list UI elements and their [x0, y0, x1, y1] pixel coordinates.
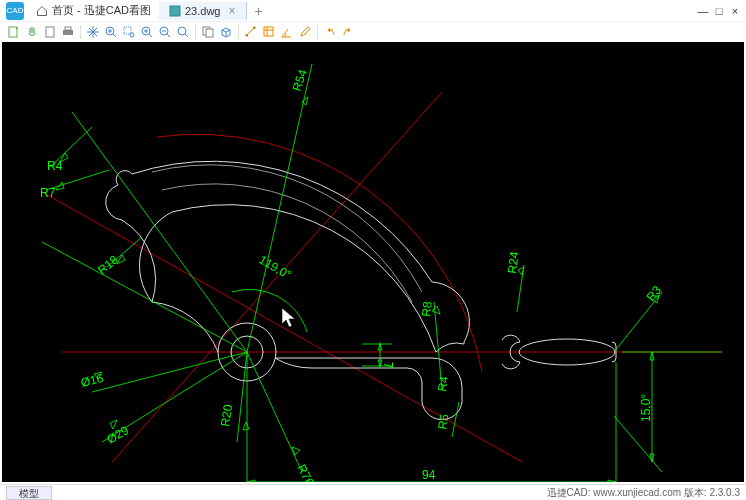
cad-drawing: R54 R4 R7 R18 119,0° R24 R3 R8 Ø16 Ø29 R… [2, 42, 744, 482]
dim-R54: R54 [290, 67, 311, 93]
dim-R3: R3 [644, 283, 665, 304]
svg-rect-3 [63, 30, 73, 35]
new-tab-button[interactable]: + [247, 3, 271, 19]
maximize-button[interactable]: □ [712, 4, 726, 18]
edit-icon[interactable] [297, 24, 313, 40]
redo-icon[interactable] [340, 24, 356, 40]
palm-icon[interactable] [24, 24, 40, 40]
home-label: 首页 - 迅捷CAD看图 [52, 3, 151, 18]
zoom-extents-icon[interactable] [103, 24, 119, 40]
file-icon[interactable] [42, 24, 58, 40]
svg-line-15 [112, 92, 442, 462]
measure-area-icon[interactable] [261, 24, 277, 40]
print-icon[interactable] [60, 24, 76, 40]
status-version: 迅捷CAD: www.xunjiecad.com 版本: 2.3.0.3 [547, 486, 746, 500]
toolbar [0, 22, 746, 42]
dim-R76: R76 [294, 462, 317, 482]
dim-R8: R8 [419, 300, 435, 317]
model-tab[interactable]: 模型 [6, 486, 52, 500]
undo-icon[interactable] [322, 24, 338, 40]
new-icon[interactable] [6, 24, 22, 40]
dim-R24: R24 [505, 250, 522, 274]
dim-R4b: R4 [435, 375, 451, 392]
dim-15: 15,0° [639, 394, 653, 422]
copy-icon[interactable] [200, 24, 216, 40]
dim-angle: 119,0° [257, 252, 294, 282]
home-icon [36, 5, 48, 17]
zoom-window-icon[interactable] [121, 24, 137, 40]
dim-7: 7 [381, 362, 395, 369]
cursor-icon [282, 308, 295, 327]
close-button[interactable]: × [728, 4, 742, 18]
status-bar: 模型 迅捷CAD: www.xunjiecad.com 版本: 2.3.0.3 [0, 484, 746, 500]
svg-rect-12 [206, 29, 213, 37]
app-logo: CAD [6, 2, 24, 20]
svg-rect-1 [9, 27, 17, 37]
zoom-realtime-icon[interactable] [175, 24, 191, 40]
svg-point-7 [130, 33, 134, 37]
dim-94: 94 [422, 468, 436, 482]
measure-angle-icon[interactable] [279, 24, 295, 40]
dim-R4: R4 [47, 159, 63, 173]
dim-R7: R7 [40, 186, 56, 200]
zoom-in-icon[interactable] [139, 24, 155, 40]
svg-rect-4 [65, 27, 71, 30]
tab-close-icon[interactable]: × [228, 4, 235, 18]
drawing-canvas[interactable]: R54 R4 R7 R18 119,0° R24 R3 R8 Ø16 Ø29 R… [2, 42, 744, 482]
svg-rect-2 [46, 27, 54, 37]
dim-phi16: Ø16 [79, 371, 105, 390]
pan-icon[interactable] [85, 24, 101, 40]
cube-icon[interactable] [218, 24, 234, 40]
file-tab[interactable]: 23.dwg × [159, 2, 247, 20]
dwg-icon [169, 5, 181, 17]
svg-point-10 [178, 27, 186, 35]
zoom-out-icon[interactable] [157, 24, 173, 40]
measure-dist-icon[interactable] [243, 24, 259, 40]
minimize-button[interactable]: — [696, 4, 710, 18]
dim-R5: R5 [435, 413, 452, 431]
svg-rect-0 [170, 6, 180, 16]
home-tab[interactable]: 首页 - 迅捷CAD看图 [28, 3, 159, 18]
svg-rect-13 [264, 27, 273, 36]
dim-R20: R20 [218, 403, 235, 427]
file-tab-label: 23.dwg [185, 5, 220, 17]
dim-R18: R18 [95, 252, 121, 277]
svg-rect-6 [124, 27, 131, 34]
